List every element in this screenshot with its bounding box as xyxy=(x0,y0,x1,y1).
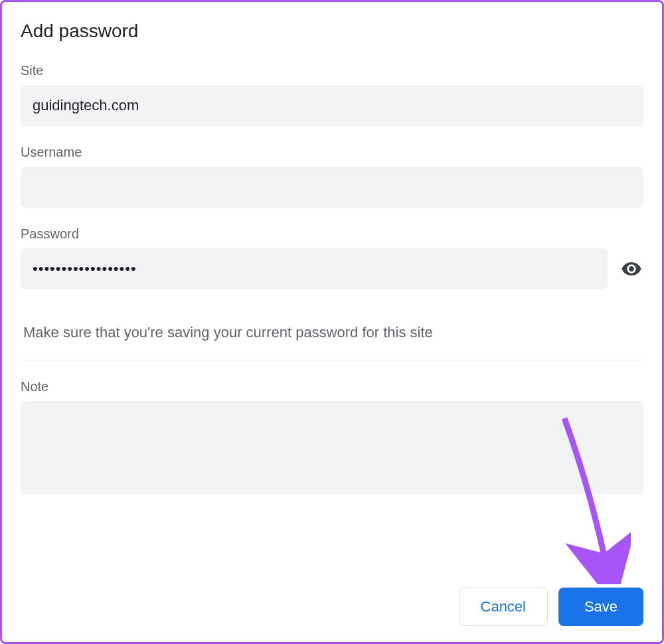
password-field-group: Password xyxy=(21,226,643,289)
dialog-title: Add password xyxy=(21,21,643,42)
password-input[interactable] xyxy=(21,248,608,289)
divider xyxy=(21,360,643,361)
password-label: Password xyxy=(21,226,643,242)
dialog-button-row: Cancel Save xyxy=(21,574,643,626)
cancel-button[interactable]: Cancel xyxy=(459,588,548,626)
save-button[interactable]: Save xyxy=(558,588,643,626)
site-field-group: Site xyxy=(21,63,643,126)
note-label: Note xyxy=(21,379,643,394)
note-textarea[interactable] xyxy=(21,401,643,494)
username-field-group: Username xyxy=(21,145,643,208)
username-input[interactable] xyxy=(21,167,643,208)
site-label: Site xyxy=(21,63,643,78)
username-label: Username xyxy=(21,145,643,160)
password-help-text: Make sure that you're saving your curren… xyxy=(21,324,643,341)
site-input[interactable] xyxy=(21,85,643,126)
note-field-group: Note xyxy=(21,379,643,497)
password-row xyxy=(21,248,643,289)
show-password-icon[interactable] xyxy=(620,257,643,281)
add-password-dialog: Add password Site Username Password Make… xyxy=(0,0,664,644)
